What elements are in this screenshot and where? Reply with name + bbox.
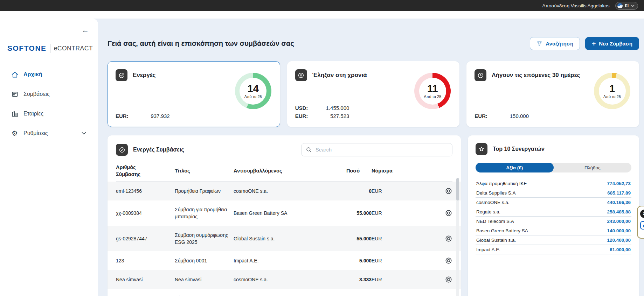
column-header: Αντισυμβαλλόμενος bbox=[234, 168, 322, 175]
card-expired-contracts[interactable]: Έληξαν στη χρονιά 11 Από τα 25 USD: 1.45… bbox=[287, 61, 460, 127]
brand-econtract: eCONTRACT bbox=[54, 45, 93, 52]
e-logo-icon[interactable]: e bbox=[640, 221, 644, 230]
cell-title: Σύμβαση 0001 bbox=[175, 252, 234, 270]
list-item[interactable]: Global Sustain s.a. 120.400,00 bbox=[476, 235, 631, 245]
partners-tabs: Αξία (€) Πλήθος bbox=[476, 163, 631, 172]
cell-title: Προμήθεια Γραφείων bbox=[175, 182, 234, 200]
table-row[interactable]: CO-7265343 Σύμβαση Ενοικίασης Ακινήτου Ά… bbox=[108, 289, 461, 296]
table-row[interactable]: 123 Σύμβαση 0001 Impact A.E. 5.000 EUR bbox=[108, 251, 461, 270]
cell-counterparty: Basen Green Battery SA bbox=[234, 204, 322, 222]
donut-caption: Από τα 25 bbox=[603, 94, 621, 99]
column-header: Ποσό bbox=[322, 168, 372, 175]
scrollbar-thumb[interactable] bbox=[456, 178, 459, 200]
sidebar-item-settings[interactable]: ⚙ Ρυθμίσεις bbox=[0, 124, 98, 143]
floating-widget: ✕ e bbox=[637, 206, 644, 239]
language-selector[interactable]: El bbox=[615, 2, 638, 10]
brand-softone: SOFTONE bbox=[7, 44, 47, 52]
main-content: Γειά σας, αυτή είναι η επισκόπηση των συ… bbox=[108, 19, 639, 296]
new-contract-label: Νέα Σύμβαση bbox=[599, 41, 632, 47]
table-row[interactable]: gs-029287447 Σύμβαση συμμόρφωσης ESG 202… bbox=[108, 226, 461, 252]
card-title: Λήγουν τις επόμενες 30 ημέρες bbox=[492, 72, 580, 79]
cell-number: gs-029287447 bbox=[116, 230, 175, 248]
page-header: Γειά σας, αυτή είναι η επισκόπηση των συ… bbox=[108, 37, 639, 50]
table-header: Ενεργές Συμβάσεις bbox=[116, 143, 452, 156]
cell-currency: EUR bbox=[372, 182, 416, 200]
table-row[interactable]: eml-123456 Προμήθεια Γραφείων cosmoONE s… bbox=[108, 182, 461, 200]
eye-icon bbox=[445, 187, 452, 195]
list-item[interactable]: Delta Supplies S.A 685.117,89 bbox=[476, 188, 631, 198]
table-column-headers: Αριθμός Σύμβασης Τίτλος Αντισυμβαλλόμενο… bbox=[116, 161, 452, 182]
cell-amount: 0 bbox=[322, 182, 372, 200]
view-contract-button[interactable] bbox=[445, 187, 452, 195]
sidebar-item-home[interactable]: Αρχική bbox=[0, 65, 98, 84]
tab-count[interactable]: Πλήθος bbox=[554, 163, 632, 172]
partner-value: 774.052,73 bbox=[607, 181, 631, 186]
card-expiring-30-days[interactable]: Λήγουν τις επόμενες 30 ημέρες 1 Από τα 2… bbox=[466, 61, 639, 127]
card-active-contracts[interactable]: Ενεργές 14 Από τα 25 EUR: 937.932 bbox=[108, 61, 280, 127]
sidebar-item-companies[interactable]: Εταιρίες bbox=[0, 104, 98, 124]
list-item[interactable]: Άλφα προμηθευτική ΙΚΕ 774.052,73 bbox=[476, 179, 631, 188]
list-item[interactable]: cosmoONE s.a. 440.166,36 bbox=[476, 198, 631, 207]
new-contract-button[interactable]: + Νέα Σύμβαση bbox=[585, 37, 639, 50]
search-filter-button[interactable]: Αναζήτηση bbox=[530, 37, 580, 50]
search-button-label: Αναζήτηση bbox=[546, 41, 573, 47]
partner-name: Regate s.a. bbox=[476, 209, 500, 214]
eye-icon bbox=[445, 209, 452, 217]
cell-number: CO-7265343 bbox=[116, 293, 175, 296]
partner-value: 61.000,00 bbox=[610, 247, 631, 252]
cell-amount: 125.000 bbox=[322, 293, 372, 296]
topbar: Αποσύνδεση Vassilis Aggelakos El bbox=[0, 0, 644, 11]
cell-counterparty: cosmoONE s.a. bbox=[234, 182, 322, 200]
sidebar-collapse-button[interactable]: ← bbox=[82, 26, 89, 34]
active-contracts-panel: Ενεργές Συμβάσεις Αριθμός Σύμβασης Τίτλο… bbox=[108, 135, 461, 296]
card-amounts: EUR: 150.000 bbox=[475, 113, 529, 119]
view-contract-button[interactable] bbox=[445, 257, 452, 265]
table-row[interactable]: χχ-0009384 Σύμβαση για προμήθεια μπαταρί… bbox=[108, 200, 461, 226]
card-title: Ενεργές bbox=[133, 72, 155, 79]
donut-chart-expiring: 1 Από τα 25 bbox=[594, 73, 630, 109]
table-row[interactable]: Nea simvasi Nea simvasi cosmoONE s.a. 3.… bbox=[108, 270, 461, 289]
search-input[interactable] bbox=[301, 143, 452, 156]
cell-currency: EUR bbox=[372, 270, 416, 289]
logout-link[interactable]: Αποσύνδεση Vassilis Aggelakos bbox=[542, 3, 610, 8]
list-item[interactable]: Impact A.E. 61.000,00 bbox=[476, 245, 631, 254]
cell-title: Σύμβαση Ενοικίασης Ακινήτου bbox=[175, 289, 234, 296]
donut-count: 14 bbox=[248, 84, 259, 94]
eye-icon bbox=[445, 257, 452, 265]
donut-chart-expired: 11 Από τα 25 bbox=[414, 73, 451, 109]
list-item[interactable]: Regate s.a. 258.485,88 bbox=[476, 207, 631, 217]
column-header: Νόμισμα bbox=[372, 168, 416, 175]
sidebar-item-contracts[interactable]: Συμβάσεις bbox=[0, 84, 98, 104]
view-contract-button[interactable] bbox=[445, 235, 452, 242]
currency-value: 937.932 bbox=[131, 113, 170, 119]
table-search bbox=[301, 143, 452, 156]
view-contract-button[interactable] bbox=[445, 276, 452, 283]
page-title: Γειά σας, αυτή είναι η επισκόπηση των συ… bbox=[108, 40, 294, 48]
cell-amount: 5.000 bbox=[322, 252, 372, 270]
brand-divider bbox=[50, 44, 50, 53]
view-contract-button[interactable] bbox=[445, 209, 452, 217]
card-title: Έληξαν στη χρονιά bbox=[312, 72, 367, 79]
sidebar: ← SOFTONE eCONTRACT Αρχική Συμβάσεις bbox=[0, 19, 98, 296]
sidebar-item-label: Εταιρίες bbox=[23, 111, 43, 117]
home-icon bbox=[11, 71, 19, 78]
sidebar-item-label: Αρχική bbox=[23, 71, 42, 78]
close-icon[interactable]: ✕ bbox=[640, 210, 644, 218]
partners-title: Top 10 Συνεργατών bbox=[493, 146, 545, 152]
partners-list: Άλφα προμηθευτική ΙΚΕ 774.052,73 Delta S… bbox=[476, 179, 631, 254]
stat-cards-row: Ενεργές 14 Από τα 25 EUR: 937.932 bbox=[108, 61, 639, 127]
currency-value: 1.455.000 bbox=[311, 105, 349, 111]
cell-amount: 3.333 bbox=[322, 270, 372, 289]
cell-number: χχ-0009384 bbox=[116, 204, 175, 222]
app-shell: ← SOFTONE eCONTRACT Αρχική Συμβάσεις bbox=[0, 11, 644, 296]
chevron-down-icon bbox=[82, 132, 86, 135]
chevron-down-icon bbox=[631, 5, 635, 7]
cell-number: eml-123456 bbox=[116, 182, 175, 200]
cell-counterparty: Impact A.E. bbox=[234, 252, 322, 270]
list-item[interactable]: Basen Green Battery SA 140.000,00 bbox=[476, 226, 631, 235]
list-item[interactable]: NED Telecom S.A 243.000,00 bbox=[476, 217, 631, 226]
tab-value[interactable]: Αξία (€) bbox=[476, 163, 554, 172]
cell-currency: EUR bbox=[372, 230, 416, 248]
table-scrollbar[interactable] bbox=[456, 178, 459, 296]
currency-label: EUR: bbox=[295, 113, 308, 119]
